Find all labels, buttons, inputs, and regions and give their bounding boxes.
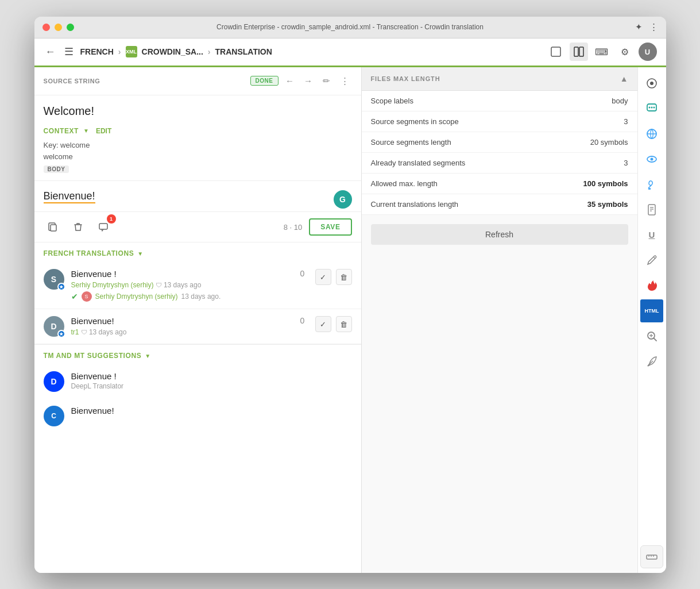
file-icon: XML: [126, 46, 137, 57]
close-button[interactable]: [42, 24, 50, 31]
maximize-button[interactable]: [67, 24, 74, 31]
source-text: Welcome!: [34, 95, 361, 122]
pencil-sidebar-icon[interactable]: [640, 249, 663, 272]
feather-sidebar-icon[interactable]: [640, 350, 663, 373]
approved-line-1: ✔ S Serhiy Dmytryshyn (serhiy) 13 days a…: [71, 291, 290, 302]
done-badge: DONE: [250, 76, 279, 86]
flame-sidebar-icon[interactable]: [640, 274, 663, 297]
comments-button[interactable]: 1: [94, 218, 113, 236]
context-label: CONTEXT: [44, 127, 79, 135]
tm-item-2: C Bienvenue!: [34, 399, 361, 433]
settings-button[interactable]: ⚙: [616, 43, 634, 61]
puzzle-icon[interactable]: ✦: [635, 22, 643, 32]
svg-point-14: [651, 157, 653, 160]
context-key: Key: welcome welcome: [44, 140, 352, 164]
copy-button[interactable]: [44, 218, 62, 236]
stat-value-6: 35 symbols: [538, 194, 637, 214]
translation-content-2: Bienvenue! tr1 🛡 13 days ago: [71, 316, 290, 336]
svg-line-20: [653, 257, 655, 259]
delete-button[interactable]: [69, 218, 87, 236]
approve-button-1[interactable]: ✓: [315, 269, 331, 285]
edit-source-button[interactable]: ✏: [320, 74, 334, 88]
prev-string-button[interactable]: ←: [283, 74, 297, 88]
stat-label-6: Current translations length: [362, 194, 539, 214]
translation-text-1: Bienvenue !: [71, 269, 290, 279]
breadcrumb-file[interactable]: CROWDIN_SA...: [142, 47, 203, 56]
document-sidebar-icon[interactable]: [640, 198, 663, 221]
split-pane-button[interactable]: [570, 43, 588, 61]
svg-line-22: [654, 338, 657, 341]
save-button[interactable]: SAVE: [309, 218, 351, 236]
meta-time-1: 13 days ago: [164, 281, 201, 289]
translation-text[interactable]: Bienvenue!: [44, 190, 95, 203]
tm-section: TM AND MT SUGGESTIONS ▼ D Bienvenue ! De…: [34, 344, 361, 433]
user-avatar[interactable]: U: [639, 43, 657, 61]
stat-row-3: Source segments length 20 symbols: [362, 132, 637, 152]
back-button[interactable]: ←: [44, 45, 57, 59]
stat-value-5: 100 symbols: [538, 173, 637, 194]
meta-author-2: tr1: [71, 328, 79, 336]
u-sidebar-icon[interactable]: U: [640, 224, 663, 247]
svg-rect-26: [647, 555, 657, 559]
panel-collapse-button[interactable]: ▲: [620, 74, 628, 83]
menu-button[interactable]: ☰: [62, 45, 76, 59]
keyboard-button[interactable]: ⌨: [593, 43, 611, 61]
breadcrumb-sep1: ›: [118, 47, 121, 56]
approved-avatar: S: [82, 291, 92, 302]
meta-author-1: Serhiy Dmytryshyn (serhiy): [71, 281, 154, 289]
navbar: ← ☰ FRENCH › XML CROWDIN_SA... › TRANSLA…: [34, 39, 666, 67]
delete-translation-1[interactable]: 🗑: [336, 269, 352, 285]
brush-sidebar-icon[interactable]: [640, 173, 663, 196]
refresh-button[interactable]: Refresh: [371, 224, 628, 245]
main-layout: SOURCE STRING DONE ← → ✏ ⋮ Welcome! CONT…: [34, 67, 666, 573]
chat-sidebar-icon[interactable]: [640, 97, 663, 120]
tm-arrow[interactable]: ▼: [145, 353, 150, 359]
next-string-button[interactable]: →: [301, 74, 315, 88]
stats-table: Scope labels body Source segments in sco…: [362, 91, 637, 215]
source-string-header: SOURCE STRING DONE ← → ✏ ⋮: [34, 67, 361, 95]
tm-title: TM AND MT SUGGESTIONS: [44, 352, 142, 360]
breadcrumb-section[interactable]: TRANSLATION: [215, 47, 272, 56]
stat-label-3: Source segments length: [362, 132, 539, 152]
vote-count-2: 0: [297, 316, 308, 325]
translations-list: FRENCH TRANSLATIONS ▼ S ★ Bienvenue ! Se…: [34, 242, 361, 572]
approved-time: 13 days ago.: [181, 292, 221, 301]
stat-value-1: body: [538, 91, 637, 111]
more-options-button[interactable]: ⋮: [338, 74, 352, 88]
tm-content-1: Bienvenue ! DeepL Translator: [71, 371, 124, 390]
notification-count: 1: [107, 214, 116, 224]
context-edit-button[interactable]: EDIT: [96, 127, 111, 135]
item-actions-1: ✓ 🗑: [315, 269, 352, 285]
left-panel: SOURCE STRING DONE ← → ✏ ⋮ Welcome! CONT…: [34, 67, 362, 573]
french-translations-arrow[interactable]: ▼: [137, 251, 143, 257]
right-sidebar: U HTML: [637, 67, 666, 573]
breadcrumb-language[interactable]: FRENCH: [80, 47, 114, 56]
stat-row-5: Allowed max. length 100 symbols: [362, 173, 637, 194]
breadcrumb-sep2: ›: [208, 47, 211, 56]
ruler-sidebar-icon[interactable]: [640, 545, 663, 568]
html-sidebar-icon[interactable]: HTML: [640, 299, 663, 322]
context-dropdown-icon[interactable]: ▼: [83, 128, 89, 134]
eye-sidebar-icon[interactable]: [640, 148, 663, 171]
item-actions-2: ✓ 🗑: [315, 316, 352, 332]
approve-button-2[interactable]: ✓: [315, 316, 331, 332]
translation-area[interactable]: Bienvenue! G: [34, 181, 361, 212]
meta-time-2: 13 days ago: [89, 328, 126, 336]
search-zoom-sidebar-icon[interactable]: [640, 325, 663, 348]
translation-item-2: D ★ Bienvenue! tr1 🛡 13 days ago 0 ✓: [34, 309, 361, 344]
delete-translation-2[interactable]: 🗑: [336, 316, 352, 332]
user-avatar-d: D ★: [44, 316, 64, 337]
crowdin-icon: C: [44, 406, 64, 426]
meta-shield-2: 🛡: [81, 329, 89, 336]
globe-sidebar-icon[interactable]: [640, 122, 663, 145]
approved-check-icon: ✔: [71, 292, 78, 301]
approved-author: Serhiy Dmytryshyn (serhiy): [95, 292, 178, 301]
minimize-button[interactable]: [55, 24, 62, 31]
more-icon[interactable]: ⋮: [649, 22, 658, 32]
source-label: SOURCE STRING: [44, 78, 246, 84]
svg-point-10: [653, 106, 655, 108]
star-sidebar-icon[interactable]: [640, 72, 663, 95]
single-pane-button[interactable]: [547, 43, 565, 61]
context-section: CONTEXT ▼ EDIT Key: welcome welcome BODY: [34, 122, 361, 182]
french-translations-header: FRENCH TRANSLATIONS ▼: [34, 242, 361, 262]
